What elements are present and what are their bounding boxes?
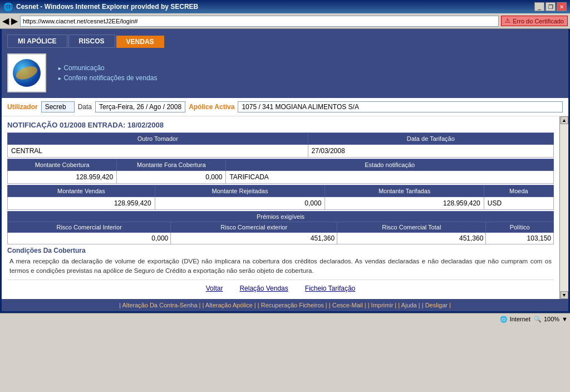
premios-col-1: Risco Comercial exterior bbox=[171, 222, 337, 233]
content-scroll-wrapper: NOTIFICAÇÃO 01/2008 ENTRADA: 18/02/2008 … bbox=[2, 116, 568, 299]
footer-link-relacao[interactable]: Relação Vendas bbox=[239, 285, 288, 292]
montante-rejeitadas-header: Montante Rejeitadas bbox=[155, 185, 325, 197]
table-row: 128.959,420 0,000 128.959,420 USD bbox=[8, 197, 554, 210]
address-input[interactable] bbox=[20, 16, 499, 27]
montante-cobertura-value: 128.959,420 bbox=[8, 171, 117, 184]
data-value: Terça-Feira, 26 / Ago / 2008 bbox=[95, 101, 185, 112]
premios-header: Prémios exigíveis bbox=[8, 212, 554, 222]
premios-value-3: 103,150 bbox=[486, 233, 554, 244]
utilizador-value: Secreb bbox=[41, 101, 75, 112]
tomador-tarifacao-table: Outro Tomador Data de Tarifação CENTRAL … bbox=[7, 133, 554, 158]
footer-links: Voltar Relação Vendas Ficheio Tarifação bbox=[7, 280, 554, 295]
scroll-up-button[interactable]: ▲ bbox=[561, 116, 568, 124]
footer-link-ficheio[interactable]: Ficheio Tarifação bbox=[305, 285, 356, 292]
restore-button[interactable]: ❐ bbox=[546, 2, 556, 11]
conditions-title: Condições Da Cobertura bbox=[7, 247, 554, 254]
logo-box bbox=[7, 53, 46, 92]
premios-col-0: Risco Comercial Interior bbox=[8, 222, 171, 233]
montante-rejeitadas-value: 0,000 bbox=[155, 197, 325, 210]
zone-label: Internet bbox=[510, 316, 530, 322]
montante-fora-cobertura-header: Montante Fora Cobertura bbox=[117, 159, 226, 171]
zoom-icon: 🔍 bbox=[534, 316, 542, 323]
bottom-link-desligar[interactable]: | Desligar | bbox=[422, 302, 451, 308]
top-navigation: MI APÓLICE RISCOS VENDAS bbox=[2, 29, 568, 48]
premios-value-2: 451,360 bbox=[337, 233, 486, 244]
montante-vendas-value: 128.959,420 bbox=[8, 197, 155, 210]
premios-values-row: 0,000 451,360 451,360 103,150 bbox=[8, 233, 554, 244]
tab-vendas[interactable]: VENDAS bbox=[116, 36, 164, 48]
outro-tomador-value: CENTRAL bbox=[8, 145, 308, 158]
bottom-link-apolice[interactable]: | Alteração Apólice | bbox=[203, 302, 256, 308]
data-tarifacao-value: 27/03/2008 bbox=[308, 145, 553, 158]
window-title-text: 🌐 Cesnet - Windows Internet Explorer pro… bbox=[3, 2, 198, 11]
montante-vendas-header: Montante Vendas bbox=[8, 185, 155, 197]
utilizador-label: Utilizador bbox=[7, 103, 38, 111]
forward-icon[interactable]: ▶ bbox=[11, 16, 18, 26]
data-tarifacao-header: Data de Tarifação bbox=[308, 133, 553, 145]
globe-icon: 🌐 bbox=[500, 316, 508, 323]
moeda-value: USD bbox=[484, 197, 553, 210]
estado-notificacao-value: TARIFICADA bbox=[226, 171, 554, 184]
right-scrollbar[interactable]: ▲ ▼ bbox=[559, 116, 568, 299]
minimize-button[interactable]: _ bbox=[534, 2, 544, 11]
montante-cobertura-table: Montante Cobertura Montante Fora Cobertu… bbox=[7, 159, 554, 184]
scroll-track bbox=[560, 124, 568, 291]
content-area: NOTIFICAÇÃO 01/2008 ENTRADA: 18/02/2008 … bbox=[2, 116, 559, 299]
cert-error-icon: ⚠ bbox=[505, 17, 510, 24]
browser-content: MI APÓLICE RISCOS VENDAS Comunicação Con… bbox=[0, 29, 570, 313]
conditions-text: A mera recepção da declaração de volume … bbox=[7, 256, 554, 277]
logo-globe-icon bbox=[13, 59, 41, 87]
premios-cols-row: Risco Comercial Interior Risco Comercial… bbox=[8, 222, 554, 233]
scroll-down-button[interactable]: ▼ bbox=[561, 291, 568, 299]
outro-tomador-header: Outro Tomador bbox=[8, 133, 308, 145]
window-controls: _ ❐ ✕ bbox=[534, 2, 567, 11]
data-label: Data bbox=[78, 103, 92, 111]
bottom-link-ficheiros[interactable]: | Recuperação Ficheiros | bbox=[258, 302, 327, 308]
internet-zone-indicator: 🌐 Internet bbox=[500, 316, 530, 323]
montante-vendas-table: Montante Vendas Montante Rejeitadas Mont… bbox=[7, 185, 554, 210]
nav-link-confere[interactable]: Confere notificações de vendas bbox=[57, 74, 158, 82]
montante-tarifadas-value: 128.959,420 bbox=[325, 197, 484, 210]
montante-cobertura-header: Montante Cobertura bbox=[8, 159, 117, 171]
nav-links: Comunicação Confere notificações de vend… bbox=[57, 64, 158, 82]
table-row: CENTRAL 27/03/2008 bbox=[8, 145, 554, 158]
notification-title: NOTIFICAÇÃO 01/2008 ENTRADA: 18/02/2008 bbox=[7, 121, 554, 129]
content-main: NOTIFICAÇÃO 01/2008 ENTRADA: 18/02/2008 … bbox=[2, 116, 559, 299]
table-row: 128.959,420 0,000 TARIFICADA bbox=[8, 171, 554, 184]
montante-tarifadas-header: Montante Tarifadas bbox=[325, 185, 484, 197]
back-icon[interactable]: ◀ bbox=[2, 16, 9, 26]
footer-link-voltar[interactable]: Voltar bbox=[206, 285, 223, 292]
premios-col-3: Político bbox=[486, 222, 554, 233]
address-bar: ◀ ▶ ⚠ Erro do Certificado bbox=[0, 13, 570, 29]
bottom-link-contra-senha[interactable]: | Alteração Da Contra-Senha | bbox=[119, 302, 200, 308]
tab-riscos[interactable]: RISCOS bbox=[68, 35, 115, 48]
premios-value-0: 0,000 bbox=[8, 233, 171, 244]
cert-error-badge: ⚠ Erro do Certificado bbox=[501, 16, 568, 26]
premios-table: Prémios exigíveis Risco Comercial Interi… bbox=[7, 211, 554, 244]
premios-value-1: 451,360 bbox=[171, 233, 337, 244]
user-info-bar: Utilizador Secreb Data Terça-Feira, 26 /… bbox=[2, 98, 568, 116]
zoom-dropdown-icon[interactable]: ▼ bbox=[562, 316, 568, 322]
logo-section: Comunicação Confere notificações de vend… bbox=[2, 48, 568, 98]
estado-notificacao-header: Estado notificação bbox=[226, 159, 554, 171]
bottom-link-ajuda[interactable]: | Ajuda | bbox=[398, 302, 420, 308]
bottom-link-cesce-mail[interactable]: | Cesce-Mail | bbox=[329, 302, 366, 308]
apolice-label: Apólice Activa bbox=[189, 103, 234, 111]
bottom-links-bar: | Alteração Da Contra-Senha | | Alteraçã… bbox=[2, 299, 568, 311]
nav-link-comunicacao[interactable]: Comunicação bbox=[57, 64, 158, 72]
premios-col-2: Risco Comercial Total bbox=[337, 222, 486, 233]
zoom-value: 100% bbox=[544, 316, 559, 322]
moeda-header: Moeda bbox=[484, 185, 553, 197]
status-bar: 🌐 Internet 🔍 100% ▼ bbox=[0, 313, 570, 325]
apolice-value: 1075 / 341 MOGIANA ALIMENTOS S/A bbox=[238, 101, 563, 112]
tab-mi-apolice[interactable]: MI APÓLICE bbox=[7, 35, 67, 48]
bottom-link-imprimir[interactable]: | Imprimir | bbox=[368, 302, 397, 308]
montante-fora-cobertura-value: 0,000 bbox=[117, 171, 226, 184]
status-right: 🌐 Internet 🔍 100% ▼ bbox=[500, 316, 568, 323]
zoom-indicator: 🔍 100% ▼ bbox=[534, 316, 568, 323]
close-button[interactable]: ✕ bbox=[557, 2, 567, 11]
window-titlebar: 🌐 Cesnet - Windows Internet Explorer pro… bbox=[0, 0, 570, 13]
nav-tabs: MI APÓLICE RISCOS VENDAS bbox=[7, 29, 164, 48]
